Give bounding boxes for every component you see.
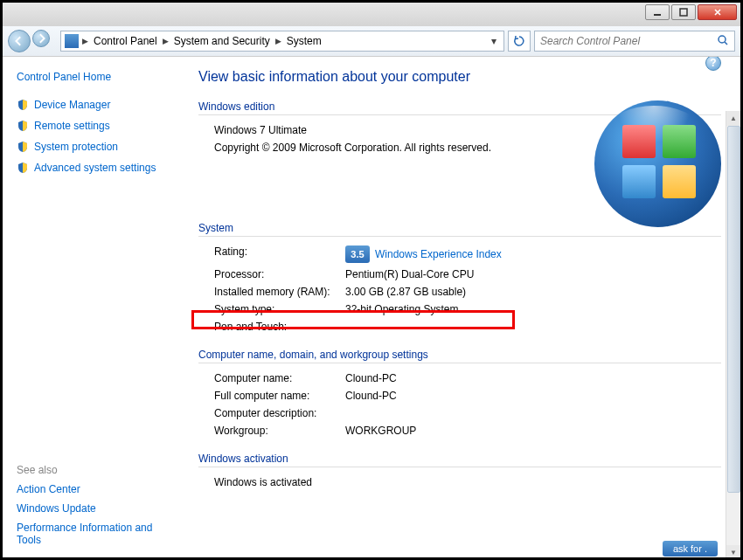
ram-label: Installed memory (RAM): (214, 286, 345, 298)
see-also-performance-info[interactable]: Performance Information and Tools (17, 522, 179, 546)
refresh-button[interactable] (508, 31, 531, 52)
system-type-label: System type: (214, 303, 345, 315)
section-computer-name: Computer name, domain, and workgroup set… (198, 349, 721, 363)
sidebar-item-advanced-settings[interactable]: Advanced system settings (17, 162, 179, 174)
full-computer-name-label: Full computer name: (214, 390, 345, 402)
scroll-up-button[interactable]: ▲ (726, 111, 740, 126)
scroll-down-button[interactable]: ▼ (726, 545, 740, 560)
sidebar-item-label: System protection (34, 141, 118, 153)
activation-status: Windows is activated (214, 476, 721, 488)
computer-name-label: Computer name: (214, 372, 345, 384)
sidebar-item-remote-settings[interactable]: Remote settings (17, 120, 179, 132)
back-button[interactable] (8, 30, 31, 52)
processor-value: Pentium(R) Dual-Core CPU (345, 268, 721, 280)
see-also-action-center[interactable]: Action Center (17, 483, 179, 495)
ask-for-button[interactable]: ask for . (663, 541, 718, 557)
search-icon[interactable] (717, 34, 729, 49)
breadcrumb-segment[interactable]: Control Panel (88, 35, 163, 47)
address-bar: ▶ Control Panel ▶ System and Security ▶ … (3, 26, 740, 57)
breadcrumb-segment[interactable]: System (281, 35, 327, 47)
maximize-button[interactable] (671, 4, 696, 20)
rating-label: Rating: (214, 245, 345, 263)
sidebar-item-label: Device Manager (34, 99, 110, 111)
chevron-right-icon[interactable]: ▶ (82, 37, 88, 45)
processor-label: Processor: (214, 268, 345, 280)
sidebar-item-system-protection[interactable]: System protection (17, 141, 179, 153)
sidebar: Control Panel Home Device Manager Remote… (3, 57, 186, 560)
control-panel-icon (65, 34, 79, 48)
forward-button[interactable] (32, 30, 50, 47)
workgroup-label: Workgroup: (214, 425, 345, 437)
control-panel-home-link[interactable]: Control Panel Home (17, 71, 179, 83)
workgroup-value: WORKGROUP (345, 425, 721, 437)
breadcrumb-dropdown[interactable]: ▾ (488, 35, 500, 47)
page-heading: View basic information about your comput… (198, 69, 721, 85)
wei-link[interactable]: Windows Experience Index (375, 248, 502, 260)
vertical-scrollbar[interactable]: ▲ ▼ (726, 111, 740, 560)
main-content: ? View basic information about your comp… (186, 57, 740, 560)
wei-score-badge: 3.5 (345, 245, 370, 263)
close-button[interactable] (698, 4, 737, 20)
pen-touch-label: Pen and Touch: (214, 321, 345, 333)
search-box[interactable] (534, 31, 735, 52)
minimize-button[interactable] (645, 4, 670, 20)
see-also-windows-update[interactable]: Windows Update (17, 502, 179, 515)
sidebar-item-label: Remote settings (34, 120, 110, 132)
see-also-section: See also Action Center Windows Update Pe… (17, 457, 179, 553)
windows-logo (594, 100, 721, 227)
sidebar-item-label: Advanced system settings (34, 162, 156, 174)
breadcrumb[interactable]: ▶ Control Panel ▶ System and Security ▶ … (60, 31, 504, 52)
see-also-header: See also (17, 464, 179, 476)
chevron-right-icon[interactable]: ▶ (275, 37, 281, 45)
search-input[interactable] (540, 35, 717, 47)
svg-rect-0 (654, 14, 661, 16)
full-computer-name-value: Clound-PC (345, 390, 721, 402)
computer-desc-label: Computer description: (214, 407, 345, 419)
shield-icon (17, 141, 29, 153)
ram-value: 3.00 GB (2.87 GB usable) (345, 286, 721, 298)
shield-icon (17, 99, 29, 111)
section-activation: Windows activation (198, 453, 721, 467)
svg-point-2 (719, 36, 726, 43)
computer-name-value: Clound-PC (345, 372, 721, 384)
shield-icon (17, 162, 29, 174)
shield-icon (17, 120, 29, 132)
scroll-thumb[interactable] (727, 126, 740, 493)
system-type-value: 32-bit Operating System (345, 303, 721, 315)
sidebar-item-device-manager[interactable]: Device Manager (17, 99, 179, 111)
svg-rect-1 (680, 9, 687, 16)
titlebar (3, 3, 740, 26)
chevron-right-icon[interactable]: ▶ (163, 37, 169, 45)
breadcrumb-segment[interactable]: System and Security (169, 35, 275, 47)
